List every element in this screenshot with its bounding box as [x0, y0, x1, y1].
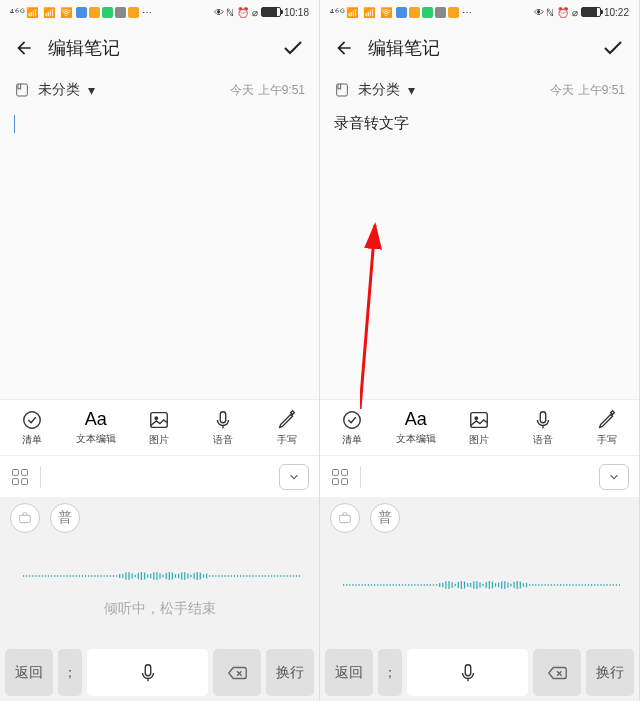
- key-delete[interactable]: [533, 649, 581, 696]
- key-back[interactable]: 返回: [325, 649, 373, 696]
- svg-rect-163: [501, 581, 502, 588]
- back-icon[interactable]: [334, 38, 354, 58]
- category-selector[interactable]: 未分类 ▾: [14, 81, 95, 99]
- briefcase-icon: [17, 510, 33, 526]
- svg-rect-107: [333, 469, 339, 475]
- svg-rect-14: [35, 575, 36, 577]
- chevron-down-icon: [287, 470, 301, 484]
- svg-rect-128: [392, 584, 393, 586]
- svg-rect-157: [482, 584, 483, 587]
- svg-rect-159: [488, 581, 489, 589]
- dropdown-button[interactable]: [599, 464, 629, 490]
- svg-rect-47: [137, 573, 138, 579]
- chevron-down-icon: ▾: [88, 82, 95, 98]
- image-icon: [468, 409, 490, 431]
- confirm-icon[interactable]: [601, 36, 625, 60]
- svg-rect-19: [50, 575, 51, 577]
- svg-rect-78: [233, 575, 234, 577]
- clock: 10:18: [284, 7, 309, 18]
- svg-rect-123: [377, 584, 378, 586]
- key-semicolon[interactable]: ；: [58, 649, 82, 696]
- back-icon[interactable]: [14, 38, 34, 58]
- svg-rect-154: [473, 581, 474, 588]
- svg-rect-22: [60, 575, 61, 577]
- svg-rect-88: [264, 575, 265, 577]
- bookmark-icon: [334, 82, 350, 98]
- category-selector[interactable]: 未分类 ▾: [334, 81, 415, 99]
- backspace-icon: [546, 662, 568, 684]
- converted-text: 录音转文字: [334, 114, 409, 131]
- svg-rect-60: [178, 574, 179, 579]
- pu-mode[interactable]: 普: [50, 503, 80, 533]
- key-enter[interactable]: 换行: [266, 649, 314, 696]
- text-cursor: [14, 115, 15, 133]
- briefcase-mode[interactable]: [10, 503, 40, 533]
- chevron-down-icon: ▾: [408, 82, 415, 98]
- toolbar-handwrite[interactable]: 手写: [255, 400, 319, 455]
- svg-rect-48: [140, 572, 141, 580]
- svg-rect-109: [333, 478, 339, 484]
- svg-rect-131: [401, 584, 402, 586]
- svg-point-3: [155, 416, 159, 420]
- svg-rect-174: [535, 584, 536, 586]
- svg-rect-5: [13, 469, 19, 475]
- svg-rect-17: [44, 575, 45, 577]
- key-delete[interactable]: [213, 649, 261, 696]
- toolbar-checklist[interactable]: 清单: [320, 400, 384, 455]
- svg-rect-53: [156, 572, 157, 580]
- key-back[interactable]: 返回: [5, 649, 53, 696]
- key-enter[interactable]: 换行: [586, 649, 634, 696]
- svg-rect-61: [181, 572, 182, 579]
- svg-rect-132: [405, 584, 406, 586]
- pu-mode[interactable]: 普: [370, 503, 400, 533]
- svg-rect-89: [267, 575, 268, 577]
- briefcase-mode[interactable]: [330, 503, 360, 533]
- svg-rect-118: [361, 584, 362, 586]
- svg-rect-38: [109, 575, 110, 577]
- svg-rect-150: [460, 581, 461, 589]
- svg-rect-125: [383, 584, 384, 586]
- svg-rect-137: [420, 584, 421, 586]
- svg-rect-110: [342, 478, 348, 484]
- svg-rect-161: [494, 583, 495, 587]
- svg-rect-178: [547, 584, 548, 586]
- svg-rect-7: [13, 478, 19, 484]
- svg-rect-104: [471, 412, 488, 427]
- svg-rect-147: [451, 582, 452, 588]
- category-row: 未分类 ▾ 今天 上午9:51: [0, 72, 319, 108]
- toolbar-voice[interactable]: 语音: [511, 400, 575, 455]
- dropdown-button[interactable]: [279, 464, 309, 490]
- toolbar-text-edit[interactable]: Aa 文本编辑: [64, 400, 128, 455]
- toolbar-image[interactable]: 图片: [128, 400, 192, 455]
- svg-rect-15: [38, 575, 39, 577]
- svg-rect-99: [298, 575, 299, 577]
- svg-rect-126: [386, 584, 387, 586]
- svg-line-102: [360, 225, 375, 409]
- toolbar-checklist[interactable]: 清单: [0, 400, 64, 455]
- svg-rect-91: [274, 575, 275, 577]
- key-voice[interactable]: [407, 649, 528, 696]
- svg-rect-181: [556, 584, 557, 586]
- svg-rect-51: [150, 574, 151, 578]
- svg-rect-113: [346, 584, 347, 586]
- svg-rect-2: [151, 412, 168, 427]
- svg-rect-82: [246, 575, 247, 577]
- note-content-area[interactable]: 录音转文字: [320, 108, 639, 399]
- key-voice[interactable]: [87, 649, 208, 696]
- svg-rect-30: [85, 575, 86, 577]
- svg-rect-116: [355, 584, 356, 586]
- mic-icon: [212, 409, 234, 431]
- confirm-icon[interactable]: [281, 36, 305, 60]
- svg-rect-71: [212, 575, 213, 577]
- svg-rect-49: [143, 573, 144, 580]
- grid-icon[interactable]: [10, 467, 30, 487]
- toolbar-text-edit[interactable]: Aa 文本编辑: [384, 400, 448, 455]
- grid-icon[interactable]: [330, 467, 350, 487]
- toolbar-image[interactable]: 图片: [448, 400, 512, 455]
- key-semicolon[interactable]: ；: [378, 649, 402, 696]
- toolbar-voice[interactable]: 语音: [191, 400, 255, 455]
- note-content-area[interactable]: [0, 108, 319, 399]
- svg-rect-74: [221, 575, 222, 577]
- toolbar-handwrite[interactable]: 手写: [575, 400, 639, 455]
- svg-point-1: [24, 411, 41, 428]
